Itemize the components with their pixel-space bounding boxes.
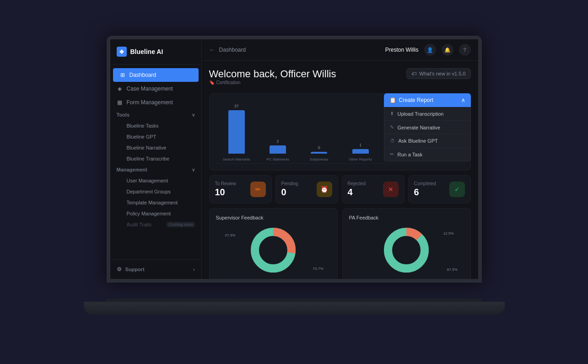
stats-row: To Review 10 ✏ Pending 0 ⏰ Rejected 4 ✕ …	[209, 175, 471, 203]
sidebar-item-audit-trails: Audit Trails Coming soon	[110, 219, 201, 230]
stat-info: Completed 6	[414, 181, 436, 198]
stat-card-completed: Completed 6 ✓	[408, 175, 471, 203]
generate-label: Generate Narrative	[398, 125, 441, 130]
case-label: Case Management	[127, 86, 173, 92]
support-icon: ⚙	[117, 266, 122, 273]
bar-group-search-warrants: 37Search Warrants	[216, 104, 257, 161]
support-label: Support	[125, 267, 145, 272]
management-chevron-icon: ∨	[192, 167, 195, 172]
bar-value: 2	[276, 139, 279, 144]
welcome-section: Welcome back, Officer Willis 🔖 Certifica…	[209, 68, 336, 91]
report-icon: 📋	[389, 97, 396, 103]
cert-badge: 🔖 Certification	[209, 80, 336, 85]
stat-info: Pending 0	[281, 181, 298, 198]
bar-label: Search Warrants	[223, 157, 250, 161]
menu-item-generate-narrative[interactable]: ✎ Generate Narrative	[384, 121, 470, 134]
help-button[interactable]: ?	[459, 44, 471, 56]
stat-label: Rejected	[348, 181, 366, 186]
dashboard-icon: ⊞	[119, 72, 126, 78]
upload-icon: ⬆	[390, 111, 394, 117]
app-name: Blueline AI	[130, 48, 163, 55]
stat-value: 6	[414, 187, 436, 198]
user-name: Preston Willis	[385, 47, 419, 53]
sidebar-item-department-groups[interactable]: Department Groups	[110, 186, 201, 197]
bar-rect	[228, 110, 245, 154]
welcome-title: Welcome back, Officer Willis	[209, 68, 336, 80]
management-section[interactable]: Management ∨	[110, 164, 201, 175]
management-label: Management	[117, 167, 147, 172]
bar-value: 37	[234, 104, 239, 108]
bar-value: 1	[359, 143, 361, 147]
welcome-name: Officer Willis	[277, 68, 336, 80]
create-report-menu: ⬆ Upload Transcription ✎ Generate Narrat…	[384, 107, 471, 161]
whats-new-label: What's new in v1.5.0	[419, 71, 465, 76]
app-header: ← Dashboard Preston Willis 👤 🔔 ?	[202, 39, 478, 61]
sidebar-navigation: ⊞ Dashboard ◈ Case Management ▦ Form Man…	[110, 64, 201, 259]
stat-icon: ✏	[250, 182, 266, 197]
run-task-label: Run a Task	[398, 152, 423, 157]
stat-icon: ✕	[383, 182, 399, 197]
create-report-dropdown: 📋 Create Report ∧ ⬆ Upload Transcription	[384, 93, 471, 161]
edit-icon: ✎	[390, 124, 394, 130]
sidebar-item-case-management[interactable]: ◈ Case Management	[110, 82, 201, 96]
sidebar-logo: Blueline AI	[110, 39, 201, 64]
bar-rect	[270, 145, 286, 154]
supervisor-feedback-title: Supervisor Feedback	[216, 215, 331, 220]
stat-label: Pending	[281, 181, 298, 186]
app: Blueline AI ⊞ Dashboard ◈ Case Managemen…	[110, 39, 478, 279]
laptop-screen: Blueline AI ⊞ Dashboard ◈ Case Managemen…	[107, 36, 482, 283]
sidebar-item-blueline-gpt[interactable]: Blueline GPT	[110, 131, 201, 142]
logo-icon	[117, 47, 127, 57]
bar-label: PC Statments	[266, 157, 289, 161]
sidebar-item-form-management[interactable]: ▦ Form Management	[110, 96, 201, 109]
breadcrumb-label: Dashboard	[219, 47, 246, 53]
stat-label: To Review	[215, 181, 236, 186]
laptop-base	[84, 302, 505, 315]
sidebar-item-policy-management[interactable]: Policy Management	[110, 208, 201, 219]
header-right: Preston Willis 👤 🔔 ?	[385, 44, 471, 56]
stat-value: 10	[215, 187, 236, 198]
welcome-row: Welcome back, Officer Willis 🔖 Certifica…	[209, 68, 471, 91]
sidebar-item-blueline-tasks[interactable]: Blueline Tasks	[110, 120, 201, 131]
bar-value: 0	[318, 145, 320, 150]
supervisor-segment-2-label: 72.7%	[313, 267, 324, 271]
support-section[interactable]: ⚙ Support ›	[110, 263, 201, 275]
sidebar-item-blueline-narrative[interactable]: Blueline Narrative	[110, 142, 201, 153]
back-arrow-icon[interactable]: ←	[209, 46, 216, 54]
chart-baseline	[216, 163, 464, 164]
stat-icon: ⏰	[317, 182, 332, 197]
sidebar-item-user-management[interactable]: User Management	[110, 175, 201, 186]
pa-feedback-card: PA Feedback 12.5% 87.5%	[342, 208, 471, 279]
header-breadcrumb: ← Dashboard	[209, 46, 246, 54]
help-icon: ?	[463, 47, 466, 53]
create-report-button[interactable]: 📋 Create Report ∧	[384, 93, 471, 107]
menu-item-run-task[interactable]: ✏ Run a Task	[384, 148, 470, 161]
form-label: Form Management	[127, 99, 173, 106]
stat-label: Completed	[414, 181, 436, 186]
tools-section[interactable]: Tools ∨	[110, 109, 201, 120]
notifications-button[interactable]: 🔔	[442, 44, 453, 56]
bar-label: Subpoenas	[310, 157, 328, 161]
sidebar-item-blueline-transcribe[interactable]: Blueline Transcribe	[110, 153, 201, 164]
cert-icon: 🔖	[209, 80, 215, 85]
tools-label: Tools	[117, 112, 130, 118]
menu-item-upload-transcription[interactable]: ⬆ Upload Transcription	[384, 107, 470, 121]
upload-label: Upload Transcription	[398, 111, 444, 117]
clock-icon: ⏱	[390, 138, 395, 144]
stat-card-rejected: Rejected 4 ✕	[342, 175, 405, 203]
sidebar-item-dashboard[interactable]: ⊞ Dashboard	[113, 68, 199, 82]
sidebar-item-template-management[interactable]: Template Management	[110, 197, 201, 208]
menu-item-ask-blueline-gpt[interactable]: ⏱ Ask Blueline GPT	[384, 134, 470, 148]
case-icon: ◈	[117, 86, 123, 92]
pa-donut-container: 12.5% 87.5%	[349, 225, 464, 275]
ask-gpt-label: Ask Blueline GPT	[399, 138, 438, 144]
whats-new-button[interactable]: 🏷 What's new in v1.5.0	[406, 68, 470, 79]
tag-icon: 🏷	[411, 71, 416, 76]
pa-feedback-title: PA Feedback	[349, 215, 464, 220]
supervisor-donut-container: 27.3% 72.7%	[216, 225, 331, 275]
create-report-label: Create Report	[399, 97, 433, 103]
feedback-row: Supervisor Feedback 27.3% 72.7%	[209, 208, 471, 279]
user-avatar-button[interactable]: 👤	[424, 44, 436, 56]
dashboard-content: Welcome back, Officer Willis 🔖 Certifica…	[202, 61, 478, 279]
stat-icon: ✓	[449, 182, 465, 197]
